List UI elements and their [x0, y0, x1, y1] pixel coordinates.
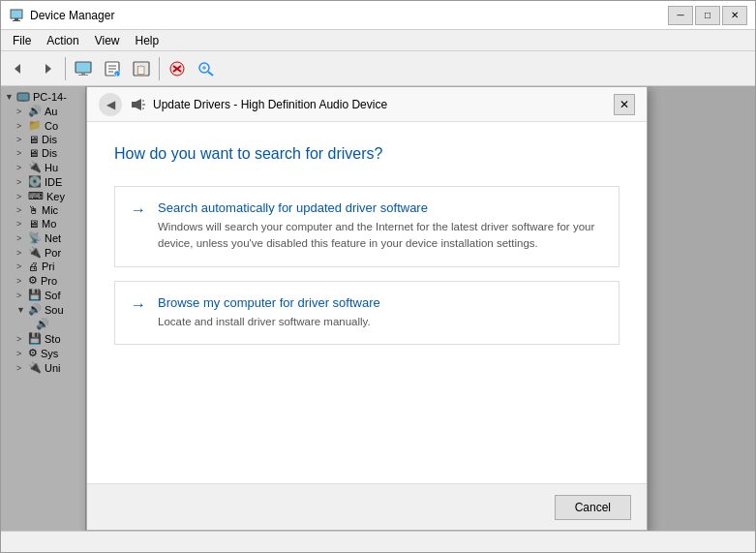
svg-rect-6	[81, 73, 85, 75]
svg-rect-1	[15, 18, 18, 20]
option-1-arrow: →	[131, 201, 146, 219]
dialog-footer: Cancel	[87, 483, 647, 530]
option-2-title: Browse my computer for driver software	[158, 295, 603, 310]
dialog-nav-title: Update Drivers - High Definition Audio D…	[153, 98, 387, 111]
menu-view[interactable]: View	[87, 32, 128, 49]
dialog-content-area: How do you want to search for drivers? →…	[87, 122, 647, 483]
window-controls: ─ □ ✕	[668, 6, 747, 25]
option-browse-computer[interactable]: → Browse my computer for driver software…	[114, 281, 620, 345]
toolbar-back-btn[interactable]	[5, 55, 32, 82]
svg-line-20	[208, 72, 213, 76]
svg-rect-5	[76, 62, 91, 73]
toolbar-properties-btn[interactable]: i	[99, 55, 126, 82]
app-icon	[9, 8, 24, 23]
menu-bar: File Action View Help	[1, 30, 755, 51]
toolbar-forward-btn[interactable]	[34, 55, 61, 82]
toolbar-computer-btn[interactable]	[70, 55, 97, 82]
toolbar-update-btn[interactable]: 📋	[128, 55, 155, 82]
close-button[interactable]: ✕	[722, 6, 747, 25]
dialog-question: How do you want to search for drivers?	[114, 145, 620, 163]
dialog-nav-bar: ◀ Update Drivers - High Definition Audio…	[87, 87, 647, 122]
menu-action[interactable]: Action	[39, 32, 86, 49]
toolbar-uninstall-btn[interactable]	[164, 55, 191, 82]
svg-rect-25	[132, 102, 136, 108]
svg-marker-3	[15, 64, 20, 74]
option-search-automatically[interactable]: → Search automatically for updated drive…	[114, 186, 620, 267]
option-1-title: Search automatically for updated driver …	[158, 200, 603, 215]
content-area: ▼ PC-14- > 🔊 Au > 📁 Co > 🖥 D	[1, 86, 755, 531]
option-2-text: Browse my computer for driver software L…	[158, 295, 603, 330]
option-1-text: Search automatically for updated driver …	[158, 200, 603, 253]
dialog-back-button[interactable]: ◀	[99, 93, 122, 116]
svg-rect-7	[78, 75, 88, 76]
toolbar-scan-btn[interactable]	[193, 55, 220, 82]
svg-text:📋: 📋	[136, 64, 147, 76]
audio-device-icon	[130, 97, 145, 112]
svg-marker-26	[136, 99, 141, 110]
option-1-description: Windows will search your computer and th…	[158, 221, 594, 249]
menu-file[interactable]: File	[5, 32, 39, 49]
cancel-button[interactable]: Cancel	[555, 495, 631, 520]
option-2-description: Locate and install driver software manua…	[158, 316, 371, 327]
window-title: Device Manager	[30, 9, 668, 22]
toolbar-sep-2	[159, 57, 160, 80]
svg-rect-2	[13, 20, 20, 21]
main-window: Device Manager ─ □ ✕ File Action View He…	[0, 0, 756, 553]
update-drivers-dialog: ◀ Update Drivers - High Definition Audio…	[86, 86, 648, 531]
status-bar	[1, 531, 755, 552]
dialog-overlay: ◀ Update Drivers - High Definition Audio…	[1, 86, 755, 531]
svg-rect-0	[11, 10, 22, 18]
option-2-arrow: →	[131, 296, 146, 314]
minimize-button[interactable]: ─	[668, 6, 693, 25]
toolbar-sep-1	[65, 57, 66, 80]
maximize-button[interactable]: □	[695, 6, 720, 25]
menu-help[interactable]: Help	[128, 32, 167, 49]
svg-marker-4	[45, 64, 51, 74]
dialog-close-button[interactable]: ✕	[614, 94, 635, 115]
title-bar: Device Manager ─ □ ✕	[1, 1, 755, 30]
toolbar: i 📋	[1, 51, 755, 86]
